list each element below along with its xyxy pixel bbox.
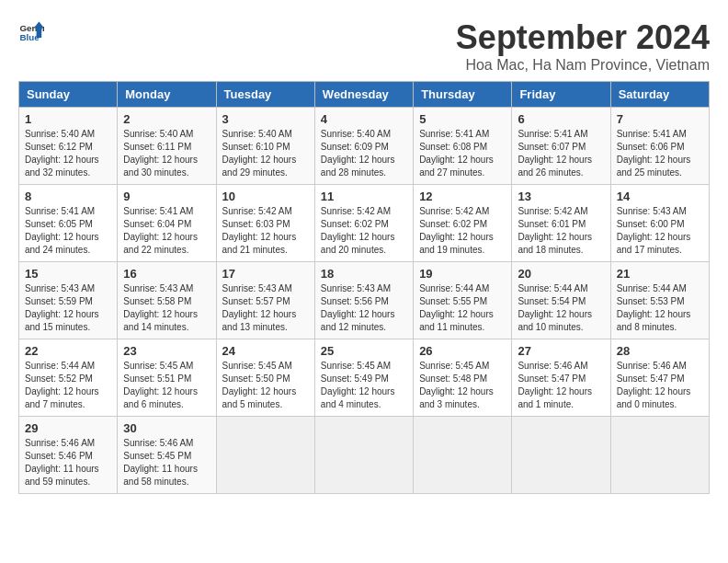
calendar-cell: 11Sunrise: 5:42 AM Sunset: 6:02 PM Dayli… bbox=[314, 185, 413, 262]
day-number: 1 bbox=[25, 112, 111, 126]
day-number: 16 bbox=[123, 267, 210, 281]
weekday-header-row: SundayMondayTuesdayWednesdayThursdayFrid… bbox=[19, 82, 710, 108]
day-number: 4 bbox=[321, 112, 407, 126]
day-number: 23 bbox=[123, 344, 210, 358]
calendar-cell: 14Sunrise: 5:43 AM Sunset: 6:00 PM Dayli… bbox=[610, 185, 709, 262]
day-info: Sunrise: 5:43 AM Sunset: 5:56 PM Dayligh… bbox=[321, 282, 407, 334]
calendar-week-1: 1Sunrise: 5:40 AM Sunset: 6:12 PM Daylig… bbox=[19, 108, 710, 185]
day-number: 10 bbox=[222, 190, 309, 203]
day-number: 22 bbox=[25, 344, 111, 358]
calendar-week-4: 22Sunrise: 5:44 AM Sunset: 5:52 PM Dayli… bbox=[19, 339, 710, 417]
weekday-header-monday: Monday bbox=[118, 82, 216, 108]
day-info: Sunrise: 5:46 AM Sunset: 5:47 PM Dayligh… bbox=[617, 360, 703, 411]
logo-icon: General Blue bbox=[18, 18, 44, 44]
day-number: 14 bbox=[617, 190, 703, 203]
calendar-cell: 6Sunrise: 5:41 AM Sunset: 6:07 PM Daylig… bbox=[512, 108, 610, 185]
calendar-cell: 30Sunrise: 5:46 AM Sunset: 5:45 PM Dayli… bbox=[118, 417, 216, 494]
day-number: 18 bbox=[321, 267, 407, 281]
calendar-cell: 10Sunrise: 5:42 AM Sunset: 6:03 PM Dayli… bbox=[216, 185, 314, 262]
day-number: 27 bbox=[518, 344, 604, 358]
day-info: Sunrise: 5:45 AM Sunset: 5:51 PM Dayligh… bbox=[123, 360, 210, 411]
location-subtitle: Hoa Mac, Ha Nam Province, Vietnam bbox=[456, 57, 710, 74]
day-info: Sunrise: 5:41 AM Sunset: 6:06 PM Dayligh… bbox=[617, 128, 703, 179]
day-info: Sunrise: 5:44 AM Sunset: 5:52 PM Dayligh… bbox=[25, 360, 111, 411]
day-number: 2 bbox=[123, 112, 210, 126]
day-info: Sunrise: 5:45 AM Sunset: 5:49 PM Dayligh… bbox=[321, 360, 407, 411]
calendar-cell bbox=[314, 417, 413, 494]
weekday-header-sunday: Sunday bbox=[19, 82, 118, 108]
day-info: Sunrise: 5:45 AM Sunset: 5:48 PM Dayligh… bbox=[419, 360, 506, 411]
weekday-header-wednesday: Wednesday bbox=[314, 82, 413, 108]
day-info: Sunrise: 5:40 AM Sunset: 6:12 PM Dayligh… bbox=[25, 128, 111, 179]
calendar-cell bbox=[512, 417, 610, 494]
day-info: Sunrise: 5:46 AM Sunset: 5:47 PM Dayligh… bbox=[518, 360, 604, 411]
calendar-cell bbox=[414, 417, 512, 494]
day-info: Sunrise: 5:41 AM Sunset: 6:05 PM Dayligh… bbox=[25, 205, 111, 257]
day-info: Sunrise: 5:41 AM Sunset: 6:08 PM Dayligh… bbox=[419, 128, 506, 179]
day-info: Sunrise: 5:45 AM Sunset: 5:50 PM Dayligh… bbox=[222, 360, 309, 411]
day-info: Sunrise: 5:44 AM Sunset: 5:54 PM Dayligh… bbox=[518, 282, 604, 334]
day-number: 29 bbox=[25, 421, 111, 435]
page-header: General Blue September 2024 Hoa Mac, Ha … bbox=[18, 18, 710, 74]
day-info: Sunrise: 5:42 AM Sunset: 6:03 PM Dayligh… bbox=[222, 205, 309, 257]
day-number: 30 bbox=[123, 421, 210, 435]
day-info: Sunrise: 5:43 AM Sunset: 5:58 PM Dayligh… bbox=[123, 282, 210, 334]
day-number: 15 bbox=[25, 267, 111, 281]
day-info: Sunrise: 5:40 AM Sunset: 6:09 PM Dayligh… bbox=[321, 128, 407, 179]
day-number: 24 bbox=[222, 344, 309, 358]
calendar-cell: 21Sunrise: 5:44 AM Sunset: 5:53 PM Dayli… bbox=[610, 262, 709, 339]
title-block: September 2024 Hoa Mac, Ha Nam Province,… bbox=[456, 18, 710, 74]
calendar-cell: 28Sunrise: 5:46 AM Sunset: 5:47 PM Dayli… bbox=[610, 339, 709, 417]
day-number: 5 bbox=[419, 112, 506, 126]
day-number: 19 bbox=[419, 267, 506, 281]
month-title: September 2024 bbox=[456, 18, 710, 57]
day-number: 3 bbox=[222, 112, 309, 126]
calendar-week-5: 29Sunrise: 5:46 AM Sunset: 5:46 PM Dayli… bbox=[19, 417, 710, 494]
day-info: Sunrise: 5:40 AM Sunset: 6:11 PM Dayligh… bbox=[123, 128, 210, 179]
calendar-cell: 17Sunrise: 5:43 AM Sunset: 5:57 PM Dayli… bbox=[216, 262, 314, 339]
calendar-week-2: 8Sunrise: 5:41 AM Sunset: 6:05 PM Daylig… bbox=[19, 185, 710, 262]
day-number: 20 bbox=[518, 267, 604, 281]
day-info: Sunrise: 5:44 AM Sunset: 5:55 PM Dayligh… bbox=[419, 282, 506, 334]
day-number: 17 bbox=[222, 267, 309, 281]
calendar-cell bbox=[610, 417, 709, 494]
calendar-cell: 5Sunrise: 5:41 AM Sunset: 6:08 PM Daylig… bbox=[414, 108, 512, 185]
calendar-cell: 20Sunrise: 5:44 AM Sunset: 5:54 PM Dayli… bbox=[512, 262, 610, 339]
day-info: Sunrise: 5:42 AM Sunset: 6:01 PM Dayligh… bbox=[518, 205, 604, 257]
calendar-cell: 7Sunrise: 5:41 AM Sunset: 6:06 PM Daylig… bbox=[610, 108, 709, 185]
calendar-cell: 8Sunrise: 5:41 AM Sunset: 6:05 PM Daylig… bbox=[19, 185, 118, 262]
day-number: 21 bbox=[617, 267, 703, 281]
calendar-cell: 1Sunrise: 5:40 AM Sunset: 6:12 PM Daylig… bbox=[19, 108, 118, 185]
calendar-cell: 4Sunrise: 5:40 AM Sunset: 6:09 PM Daylig… bbox=[314, 108, 413, 185]
day-number: 7 bbox=[617, 112, 703, 126]
day-info: Sunrise: 5:43 AM Sunset: 5:57 PM Dayligh… bbox=[222, 282, 309, 334]
calendar-cell: 3Sunrise: 5:40 AM Sunset: 6:10 PM Daylig… bbox=[216, 108, 314, 185]
calendar-cell: 18Sunrise: 5:43 AM Sunset: 5:56 PM Dayli… bbox=[314, 262, 413, 339]
calendar-cell: 27Sunrise: 5:46 AM Sunset: 5:47 PM Dayli… bbox=[512, 339, 610, 417]
calendar-cell: 16Sunrise: 5:43 AM Sunset: 5:58 PM Dayli… bbox=[118, 262, 216, 339]
day-info: Sunrise: 5:42 AM Sunset: 6:02 PM Dayligh… bbox=[321, 205, 407, 257]
day-info: Sunrise: 5:42 AM Sunset: 6:02 PM Dayligh… bbox=[419, 205, 506, 257]
day-number: 6 bbox=[518, 112, 604, 126]
day-number: 9 bbox=[123, 190, 210, 203]
day-info: Sunrise: 5:41 AM Sunset: 6:07 PM Dayligh… bbox=[518, 128, 604, 179]
calendar-cell: 12Sunrise: 5:42 AM Sunset: 6:02 PM Dayli… bbox=[414, 185, 512, 262]
weekday-header-tuesday: Tuesday bbox=[216, 82, 314, 108]
day-number: 13 bbox=[518, 190, 604, 203]
day-number: 28 bbox=[617, 344, 703, 358]
calendar-cell: 9Sunrise: 5:41 AM Sunset: 6:04 PM Daylig… bbox=[118, 185, 216, 262]
day-number: 8 bbox=[25, 190, 111, 203]
day-info: Sunrise: 5:46 AM Sunset: 5:46 PM Dayligh… bbox=[25, 437, 111, 488]
calendar-cell bbox=[216, 417, 314, 494]
day-number: 26 bbox=[419, 344, 506, 358]
day-info: Sunrise: 5:43 AM Sunset: 6:00 PM Dayligh… bbox=[617, 205, 703, 257]
day-info: Sunrise: 5:44 AM Sunset: 5:53 PM Dayligh… bbox=[617, 282, 703, 334]
calendar-cell: 22Sunrise: 5:44 AM Sunset: 5:52 PM Dayli… bbox=[19, 339, 118, 417]
weekday-header-thursday: Thursday bbox=[414, 82, 512, 108]
calendar-cell: 24Sunrise: 5:45 AM Sunset: 5:50 PM Dayli… bbox=[216, 339, 314, 417]
logo: General Blue bbox=[18, 18, 44, 44]
day-info: Sunrise: 5:46 AM Sunset: 5:45 PM Dayligh… bbox=[123, 437, 210, 488]
calendar-week-3: 15Sunrise: 5:43 AM Sunset: 5:59 PM Dayli… bbox=[19, 262, 710, 339]
day-number: 11 bbox=[321, 190, 407, 203]
calendar-cell: 23Sunrise: 5:45 AM Sunset: 5:51 PM Dayli… bbox=[118, 339, 216, 417]
